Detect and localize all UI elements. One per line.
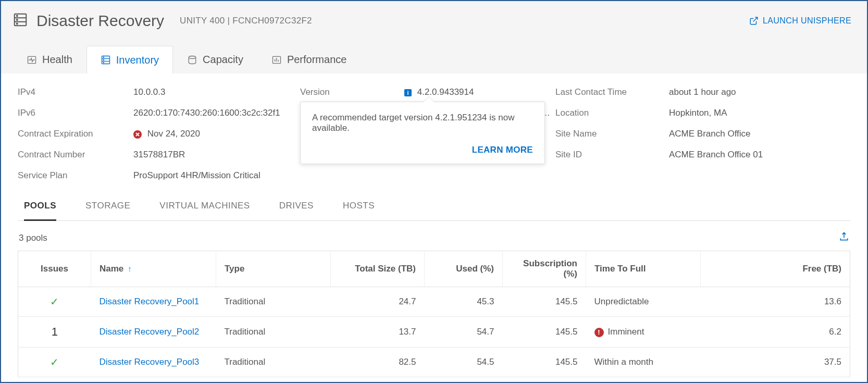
svg-point-14 [189,56,195,58]
tab-inventory-label: Inventory [116,54,159,66]
ipv6-label: IPv6 [18,108,133,118]
version-label: Version [300,87,404,97]
capacity-icon [187,55,197,65]
cell-total-size: 24.7 [331,287,425,317]
svg-point-3 [17,16,18,17]
subtab-storage[interactable]: STORAGE [85,201,130,220]
ok-icon: ✓ [50,356,59,368]
location-value: Hopkinton, MA [669,108,850,118]
version-value[interactable]: i 4.2.0.9433914 [404,87,555,97]
main-tabs: Health Inventory Capacity Performance [1,33,867,73]
cell-free: 6.2 [701,317,850,348]
cell-name: Disaster Recovery_Pool1 [91,287,216,317]
service-plan-label: Service Plan [18,170,133,181]
cell-name: Disaster Recovery_Pool2 [91,317,216,348]
info-icon: i [404,89,412,96]
inventory-subtabs: POOLS STORAGE VIRTUAL MACHINES DRIVES HO… [18,201,850,221]
cell-type: Traditional [216,348,331,377]
cell-time-to-full: Unpredictable [586,287,701,317]
contract-num-label: Contract Number [18,150,133,160]
col-subscription[interactable]: Subscription (%) [503,251,586,287]
tab-performance-label: Performance [287,54,347,66]
ipv4-label: IPv4 [18,87,133,97]
cell-free: 37.5 [701,348,850,377]
col-issues[interactable]: Issues [18,251,91,287]
col-type[interactable]: Type [216,251,331,287]
cell-time-to-full: !Imminent [586,317,701,348]
table-row[interactable]: ✓Disaster Recovery_Pool1Traditional24.74… [18,287,850,317]
tab-health[interactable]: Health [13,46,86,73]
export-button[interactable] [839,231,849,244]
cell-type: Traditional [216,287,331,317]
cell-subscription: 145.5 [503,348,586,377]
ipv6-value: 2620:0:170:7430:260:1600:3c2c:32f1 [133,108,300,118]
subtab-pools[interactable]: POOLS [24,201,56,221]
col-name[interactable]: Name [91,251,216,287]
tab-inventory[interactable]: Inventory [86,46,173,73]
cell-name: Disaster Recovery_Pool3 [91,348,216,377]
contract-exp-value: Nov 24, 2020 [133,129,300,139]
inventory-icon [101,55,111,65]
svg-point-12 [103,59,104,60]
pools-count: 3 pools [19,233,47,243]
table-row[interactable]: ✓Disaster Recovery_Pool3Traditional82.55… [18,348,850,377]
popover-message: A recommended target version 4.2.1.95123… [312,113,533,133]
location-label: Location [555,108,669,118]
last-contact-label: Last Contact Time [555,87,669,97]
svg-line-6 [753,17,758,21]
subtab-virtual-machines[interactable]: VIRTUAL MACHINES [159,201,250,220]
version-update-popover: A recommended target version 4.2.1.95123… [300,102,545,164]
version-text: 4.2.0.9433914 [417,87,474,97]
col-total-size[interactable]: Total Size (TB) [331,251,425,287]
col-free[interactable]: Free (TB) [701,251,850,287]
subtab-hosts[interactable]: HOSTS [343,201,375,220]
popover-learn-more-link[interactable]: LEARN MORE [312,145,533,155]
subtab-drives[interactable]: DRIVES [279,201,314,220]
system-icon [13,12,28,30]
system-meta: UNITY 400 | FCNCH0972C32F2 [180,16,312,26]
health-icon [27,55,37,65]
launch-unisphere-label: LAUNCH UNISPHERE [763,16,851,26]
table-row[interactable]: 1Disaster Recovery_Pool2Traditional13.75… [18,317,850,348]
site-id-value: ACME Branch Office 01 [669,150,850,160]
tab-capacity[interactable]: Capacity [173,46,257,73]
page-header: Disaster Recovery UNITY 400 | FCNCH0972C… [1,1,867,33]
cell-used: 54.5 [425,348,503,377]
tab-capacity-label: Capacity [203,54,243,66]
external-link-icon [749,16,759,26]
cell-total-size: 82.5 [331,348,425,377]
ok-icon: ✓ [50,296,59,307]
cell-total-size: 13.7 [331,317,425,348]
ipv4-value: 10.0.0.3 [133,87,300,97]
col-used[interactable]: Used (%) [425,251,503,287]
svg-point-5 [17,23,18,24]
cell-issues: ✓ [18,348,91,377]
site-name-value: ACME Branch Office [669,129,850,139]
site-name-label: Site Name [555,129,669,139]
cell-issues: ✓ [18,287,91,317]
col-time-to-full[interactable]: Time To Full [586,251,701,287]
issue-count: 1 [52,325,58,338]
cell-free: 13.6 [701,287,850,317]
contract-exp-text: Nov 24, 2020 [147,129,200,139]
export-icon [839,231,849,242]
cell-subscription: 145.5 [503,287,586,317]
tab-performance[interactable]: Performance [257,46,361,73]
last-contact-value: about 1 hour ago [669,87,850,97]
pool-link[interactable]: Disaster Recovery_Pool1 [100,296,200,306]
tab-health-label: Health [42,54,72,66]
site-id-label: Site ID [555,150,669,160]
page-title: Disaster Recovery [36,12,164,30]
alert-icon: ! [594,328,604,337]
pool-link[interactable]: Disaster Recovery_Pool3 [100,357,200,367]
cell-type: Traditional [216,317,331,348]
launch-unisphere-link[interactable]: LAUNCH UNISPHERE [749,16,855,26]
svg-point-13 [103,62,104,63]
error-icon [133,130,142,139]
contract-exp-label: Contract Expiration [18,129,133,139]
detail-grid: IPv4 IPv6 Contract Expiration Contract N… [18,87,850,181]
pool-link[interactable]: Disaster Recovery_Pool2 [100,327,200,337]
contract-num-value: 31578817BR [133,150,300,160]
performance-icon [271,55,282,65]
svg-point-4 [17,19,18,20]
